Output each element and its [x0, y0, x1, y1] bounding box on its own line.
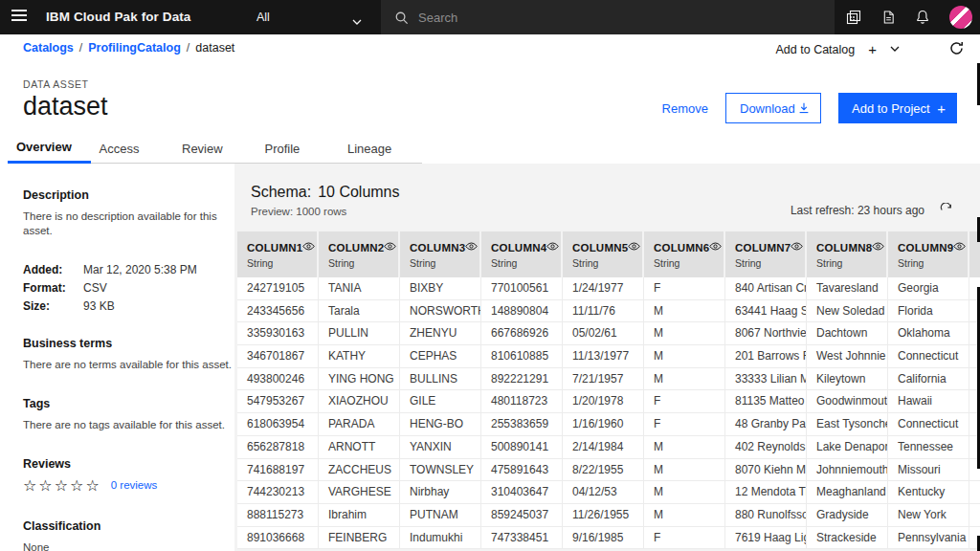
plus-icon[interactable]: +: [868, 41, 877, 57]
breadcrumb-item-profilingcatalog[interactable]: ProfilingCatalog: [88, 41, 181, 55]
tab-profile[interactable]: Profile: [256, 137, 340, 164]
view-column-icon[interactable]: [546, 239, 559, 256]
page-title: dataset: [23, 92, 108, 121]
star-icon[interactable]: ☆: [85, 476, 100, 495]
table-cell: 255383659: [481, 413, 563, 436]
table-cell: F: [644, 390, 725, 413]
star-icon[interactable]: ☆: [23, 476, 38, 495]
breadcrumb-item-dataset: dataset: [195, 41, 234, 55]
menu-icon[interactable]: [11, 10, 27, 24]
table-cell: F: [644, 527, 725, 550]
table-cell: Oklahoma: [888, 322, 969, 345]
refresh-icon[interactable]: [939, 203, 953, 217]
view-column-icon[interactable]: [791, 239, 803, 256]
notifications-icon[interactable]: [915, 10, 930, 25]
apps-icon[interactable]: [846, 10, 861, 25]
remove-button[interactable]: Remove: [662, 101, 708, 116]
asset-type-label: DATA ASSET: [23, 78, 89, 90]
table-cell: Gradyside: [807, 504, 888, 527]
column-name: COLUMN1: [247, 242, 302, 253]
metadata-key: Added:: [23, 263, 83, 276]
view-column-icon[interactable]: [384, 239, 396, 256]
table-cell: 9/16/1985: [563, 527, 644, 550]
metadata-value: CSV: [83, 281, 107, 295]
star-icon[interactable]: ☆: [55, 476, 70, 495]
table-cell: 618063954: [237, 413, 319, 436]
column-type: String: [491, 257, 555, 269]
view-column-icon[interactable]: [628, 239, 640, 256]
table-cell: Tarala: [319, 300, 400, 323]
table-cell: 148890804: [481, 300, 563, 323]
breadcrumb-item-catalogs[interactable]: Catalogs: [23, 41, 74, 55]
table-cell: HENG-BO: [400, 413, 481, 436]
reviews-count-link[interactable]: 0 reviews: [111, 479, 158, 491]
table-cell: YING HONG: [319, 368, 400, 391]
search-input[interactable]: [418, 11, 782, 25]
schema-title: Schema:10 Columns: [251, 184, 400, 201]
view-column-icon[interactable]: [302, 239, 315, 256]
view-column-icon[interactable]: [953, 239, 966, 256]
table-cell: KATHY: [319, 345, 400, 368]
table-cell: F: [644, 413, 725, 436]
table-cell: 500890141: [481, 436, 563, 459]
tab-access[interactable]: Access: [91, 137, 174, 164]
table-cell: 770100561: [481, 277, 563, 300]
table-cell: Tavaresland: [807, 277, 888, 300]
column-name: COLUMN5: [572, 242, 628, 253]
chevron-down-icon[interactable]: [352, 12, 362, 30]
view-column-icon[interactable]: [709, 239, 722, 256]
breadcrumb-bar: Catalogs/ProfilingCatalog/dataset Add to…: [0, 34, 980, 63]
tab-review[interactable]: Review: [173, 137, 256, 164]
column-type: String: [247, 257, 311, 269]
column-type: String: [898, 257, 962, 269]
table-cell: Indumukhi: [400, 527, 481, 550]
add-to-project-button[interactable]: Add to Project +: [838, 93, 957, 123]
tab-overview[interactable]: Overview: [8, 137, 91, 164]
table-cell: 480118723: [481, 390, 563, 413]
table-cell: 05/02/61: [563, 322, 644, 345]
table-cell: 11/11/76: [563, 300, 644, 323]
tab-lineage[interactable]: Lineage: [339, 137, 422, 164]
description-heading: Description: [23, 188, 234, 202]
metadata-row: Added:Mar 12, 2020 5:38 PM: [23, 263, 234, 276]
table-cell: BULLINS: [400, 368, 481, 391]
search-box[interactable]: [381, 0, 835, 34]
column-header: COLUMN1String: [237, 231, 319, 277]
view-column-icon[interactable]: [872, 239, 884, 256]
star-icon[interactable]: ☆: [38, 476, 54, 495]
table-cell: ZACCHEUS: [319, 459, 400, 482]
column-name: COLUMN6: [654, 242, 709, 253]
table-cell: 81135 Matteo Ke: [725, 390, 807, 413]
sync-status-icon[interactable]: [948, 40, 965, 60]
view-column-icon[interactable]: [465, 239, 478, 256]
add-to-catalog-button[interactable]: Add to Catalog: [776, 43, 856, 56]
table-cell: 11/13/1977: [563, 345, 644, 368]
avatar[interactable]: [949, 6, 972, 29]
table-cell: 310403647: [481, 481, 563, 504]
chevron-down-icon[interactable]: [890, 46, 900, 53]
table-cell: 1/16/1960: [563, 413, 644, 436]
table-cell: XIAOZHOU: [319, 390, 400, 413]
table-cell: PARADA: [319, 413, 400, 436]
metadata-value: Mar 12, 2020 5:38 PM: [83, 263, 197, 276]
table-cell: Kileytown: [807, 368, 888, 391]
table-cell: 667686926: [481, 322, 563, 345]
document-icon[interactable]: [880, 10, 896, 25]
metadata-key: Size:: [23, 299, 83, 313]
download-button[interactable]: Download: [725, 93, 821, 123]
table-cell: 8/22/1955: [563, 459, 644, 482]
scope-dropdown[interactable]: All: [256, 11, 270, 24]
table-cell: West Johnnie: [807, 345, 888, 368]
star-icon[interactable]: ☆: [70, 476, 85, 495]
asset-info-sidebar: Description There is no description avai…: [0, 164, 234, 551]
table-cell: ARNOTT: [319, 436, 400, 459]
table-cell: M: [644, 322, 725, 345]
search-icon: [394, 11, 409, 25]
table-cell: Strackeside: [807, 527, 888, 550]
metadata-value: 93 KB: [83, 299, 115, 313]
table-cell: 48 Granby Parkw: [725, 413, 807, 436]
table-cell: 880 Runolfsson R: [725, 504, 807, 527]
column-name: COLUMN9: [898, 242, 953, 253]
table-cell: VARGHESE: [319, 481, 400, 504]
table-cell: M: [644, 481, 725, 504]
